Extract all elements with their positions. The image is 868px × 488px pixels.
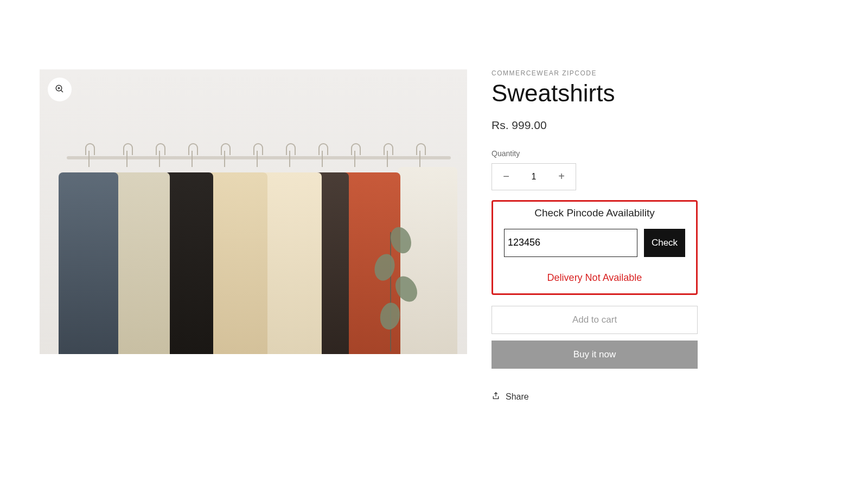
minus-icon: − <box>503 170 509 183</box>
zoom-button[interactable] <box>48 78 72 101</box>
pincode-title: Check Pincode Availability <box>504 207 685 219</box>
product-price: Rs. 999.00 <box>492 119 698 132</box>
share-label: Share <box>506 392 529 402</box>
vendor-label: COMMERCEWEAR ZIPCODE <box>492 69 698 77</box>
pincode-input[interactable] <box>504 229 637 257</box>
plus-icon: + <box>558 170 565 183</box>
quantity-value: 1 <box>520 172 547 182</box>
quantity-stepper: − 1 + <box>492 163 576 190</box>
pincode-status-message: Delivery Not Available <box>504 272 685 284</box>
share-icon <box>492 391 500 402</box>
magnify-icon <box>55 84 65 95</box>
add-to-cart-button[interactable]: Add to cart <box>492 306 698 334</box>
quantity-increase-button[interactable]: + <box>547 164 576 190</box>
quantity-decrease-button[interactable]: − <box>492 164 520 190</box>
pincode-availability-box: Check Pincode Availability Check Deliver… <box>492 200 698 295</box>
product-title: Sweatshirts <box>492 79 698 108</box>
product-image-container <box>40 69 467 354</box>
buy-now-button[interactable]: Buy it now <box>492 341 698 369</box>
product-info-panel: COMMERCEWEAR ZIPCODE Sweatshirts Rs. 999… <box>492 69 698 402</box>
product-image[interactable] <box>40 69 467 354</box>
quantity-label: Quantity <box>492 149 698 158</box>
svg-line-1 <box>61 90 63 92</box>
check-pincode-button[interactable]: Check <box>644 229 685 257</box>
share-button[interactable]: Share <box>492 391 529 402</box>
